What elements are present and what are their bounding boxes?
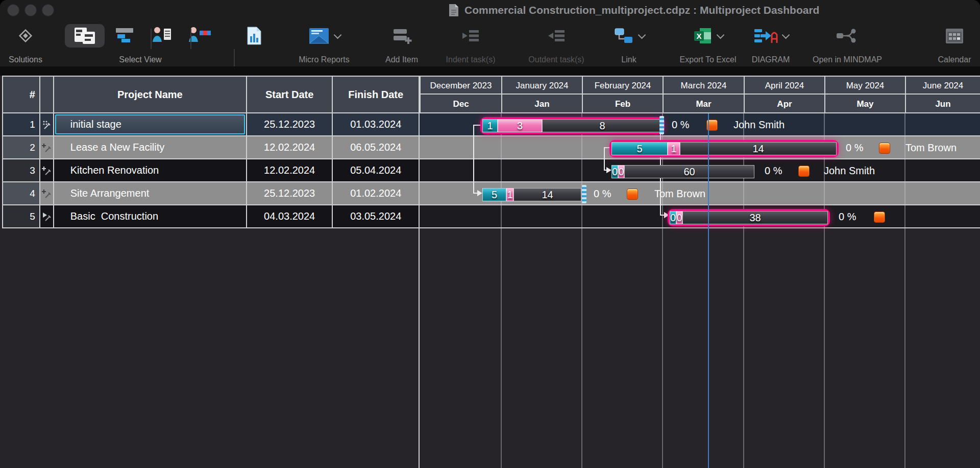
diagram-button[interactable]: DIAGRAM bbox=[737, 22, 805, 65]
bar-segment-dark: 14 bbox=[680, 142, 837, 155]
select-view-label: Select View bbox=[119, 55, 161, 65]
column-header-project-name[interactable]: Project Name bbox=[54, 77, 247, 112]
dependency-arrow-icon bbox=[477, 190, 482, 196]
micro-reports-button[interactable]: Micro Reports bbox=[286, 22, 362, 65]
export-to-excel-label: Export To Excel bbox=[680, 55, 737, 65]
table-header-row: # Project Name Start Date Finish Date bbox=[2, 76, 420, 113]
link-button[interactable]: Link bbox=[605, 22, 653, 65]
percent-complete: 0 % bbox=[765, 159, 782, 182]
month-abbr-may: May bbox=[824, 95, 905, 113]
table-row: 1 initial stage 25.12.2023 01.03.2024 bbox=[2, 113, 420, 136]
resource-list-view-icon bbox=[152, 26, 172, 44]
month-gridline bbox=[501, 113, 502, 468]
dependency-arrow-icon bbox=[606, 167, 611, 173]
selected-name-cell[interactable]: initial stage bbox=[55, 114, 245, 134]
month-header-feb: February 2024 bbox=[582, 76, 663, 95]
bar-end-handle[interactable] bbox=[659, 116, 664, 134]
indent-task-button[interactable]: Indent task(s) bbox=[434, 22, 507, 65]
gantt-view-icon bbox=[115, 27, 135, 43]
gantt-bar-kitchen-renovation[interactable]: 0 0 60 bbox=[611, 165, 754, 178]
status-marker-icon bbox=[627, 189, 638, 200]
month-abbr-jun: Jun bbox=[905, 95, 980, 113]
view-gantt-button[interactable] bbox=[115, 27, 135, 45]
month-abbr-jan: Jan bbox=[501, 95, 582, 113]
task-type-icon[interactable] bbox=[40, 159, 54, 181]
toolbar-separator bbox=[190, 29, 191, 49]
month-abbr-mar: Mar bbox=[663, 95, 744, 113]
add-item-button[interactable]: Add Item bbox=[378, 22, 426, 65]
project-name: initial stage bbox=[56, 119, 121, 130]
finish-date-cell[interactable]: 01.02.2024 bbox=[333, 182, 420, 204]
column-header-start-date[interactable]: Start Date bbox=[247, 77, 333, 112]
bar-end-handle[interactable] bbox=[582, 185, 586, 203]
calendar-button[interactable]: Calendar bbox=[929, 22, 980, 65]
month-header-may: May 2024 bbox=[824, 76, 905, 95]
view-resource-list-button[interactable] bbox=[152, 26, 172, 46]
task-type-icon[interactable] bbox=[40, 205, 54, 227]
mindmap-icon bbox=[836, 28, 859, 44]
svg-text:X: X bbox=[696, 32, 701, 40]
solutions-diamond-icon bbox=[16, 27, 35, 45]
row-number[interactable]: 4 bbox=[3, 182, 40, 204]
project-name-cell[interactable]: initial stage bbox=[54, 113, 247, 135]
row-number[interactable]: 5 bbox=[3, 205, 40, 227]
project-name[interactable]: Lease a New Facility bbox=[54, 142, 165, 153]
start-date-cell[interactable]: 12.02.2024 bbox=[247, 136, 333, 158]
status-marker-icon bbox=[879, 143, 890, 154]
zoom-button[interactable] bbox=[42, 4, 54, 16]
month-header-jun: June 2024 bbox=[905, 76, 980, 95]
start-date-cell[interactable]: 25.12.2023 bbox=[247, 182, 333, 204]
window-title: Commercial Construction_multiproject.cdp… bbox=[464, 4, 819, 16]
project-name[interactable]: Kitchen Renovation bbox=[54, 165, 159, 176]
project-name[interactable]: Site Arrangement bbox=[54, 188, 150, 199]
open-in-mindmap-button[interactable]: Open in MINDMAP bbox=[801, 22, 893, 65]
row-number[interactable]: 3 bbox=[3, 159, 40, 181]
document-icon bbox=[448, 4, 459, 17]
close-button[interactable] bbox=[7, 4, 19, 16]
task-type-icon[interactable] bbox=[40, 113, 54, 135]
finish-date-cell[interactable]: 06.05.2024 bbox=[333, 136, 420, 158]
finish-date-cell[interactable]: 01.03.2024 bbox=[333, 113, 420, 135]
gantt-bar-site-arrangement[interactable]: 5 1 14 bbox=[482, 188, 581, 201]
gantt-bar-basic-construction[interactable]: 0 0 38 bbox=[670, 211, 828, 224]
column-header-finish-date[interactable]: Finish Date bbox=[333, 77, 420, 112]
finish-date-cell[interactable]: 05.04.2024 bbox=[333, 159, 420, 181]
start-date-cell[interactable]: 25.12.2023 bbox=[247, 113, 333, 135]
toolbar-gap bbox=[0, 66, 980, 76]
start-date-cell[interactable]: 12.02.2024 bbox=[247, 159, 333, 181]
solutions-button[interactable]: Solutions bbox=[3, 22, 48, 65]
bar-segment-teal: 0 bbox=[611, 165, 618, 178]
start-date-cell[interactable]: 04.03.2024 bbox=[247, 205, 333, 227]
gantt-header-divider bbox=[420, 93, 980, 95]
select-view-group: Select View bbox=[54, 22, 227, 65]
toolbar-separator bbox=[151, 29, 152, 49]
column-header-number[interactable]: # bbox=[3, 77, 40, 112]
dependency-line bbox=[473, 125, 474, 193]
row-number[interactable]: 2 bbox=[3, 136, 40, 158]
task-type-icon[interactable] bbox=[40, 182, 54, 204]
table-gantt-separator[interactable] bbox=[419, 76, 420, 468]
minimize-button[interactable] bbox=[24, 4, 37, 16]
dependency-arrow-icon bbox=[664, 212, 669, 218]
report-document-button[interactable] bbox=[240, 22, 268, 65]
row-number[interactable]: 1 bbox=[3, 113, 40, 135]
finish-date-cell[interactable]: 03.05.2024 bbox=[333, 205, 420, 227]
gantt-bar-lease-facility[interactable]: 5 1 14 bbox=[611, 142, 837, 155]
project-name[interactable]: Basic Construction bbox=[54, 210, 158, 222]
task-type-icon[interactable] bbox=[40, 136, 54, 158]
bar-segment-dark: 8 bbox=[542, 119, 663, 132]
month-header-jan: January 2024 bbox=[501, 76, 582, 95]
chevron-down-icon bbox=[333, 31, 341, 39]
month-gridline bbox=[904, 113, 905, 468]
gantt-bar-initial-stage[interactable]: 1 3 8 bbox=[482, 119, 663, 132]
status-marker-icon bbox=[874, 212, 885, 223]
view-resource-timeline-button[interactable] bbox=[188, 26, 212, 46]
table-row: 3 Kitchen Renovation 12.02.2024 05.04.20… bbox=[2, 159, 420, 182]
bar-segment-dark: 14 bbox=[513, 188, 581, 201]
column-header-icon[interactable] bbox=[40, 77, 54, 112]
view-dashboard-button[interactable] bbox=[65, 24, 105, 48]
bar-segment-dark: 38 bbox=[682, 211, 828, 224]
micro-reports-label: Micro Reports bbox=[299, 55, 350, 65]
calendar-icon bbox=[945, 27, 964, 44]
outdent-task-button[interactable]: Outdent task(s) bbox=[514, 22, 598, 65]
